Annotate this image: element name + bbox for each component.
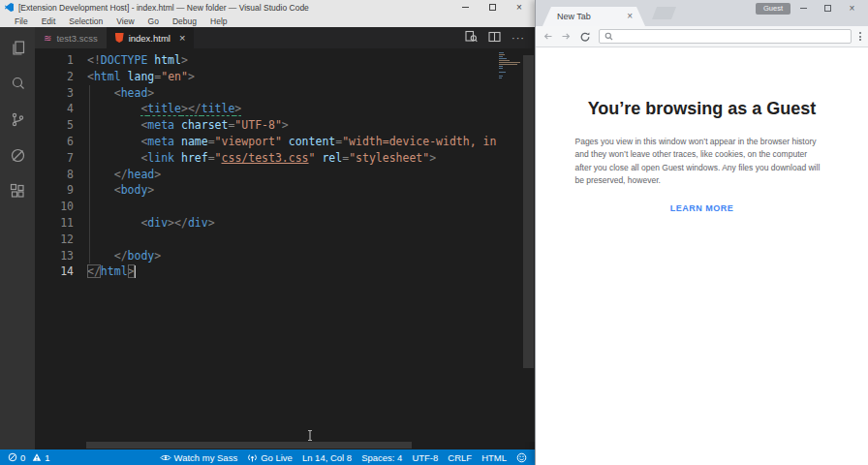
code-line[interactable]: 2<html lang="en"> — [35, 69, 535, 85]
line-number: 11 — [35, 215, 74, 232]
browser-tab-title: New Tab — [557, 12, 591, 21]
code-lines: 1<!DOCTYPE html>2<html lang="en">3 <head… — [35, 48, 535, 280]
line-number: 6 — [35, 134, 74, 150]
minimap[interactable] — [499, 52, 522, 79]
search-icon[interactable] — [9, 75, 26, 92]
minimize-icon — [462, 7, 469, 8]
warning-icon — [32, 452, 42, 462]
close-tab-icon[interactable]: × — [179, 32, 185, 44]
problems-group[interactable]: 0 1 — [8, 452, 50, 463]
code-line[interactable]: 3 <head> — [35, 85, 535, 102]
menu-view[interactable]: View — [109, 16, 140, 26]
mouse-text-cursor — [306, 429, 314, 442]
close-button[interactable]: × — [840, 0, 864, 16]
editor-area: ≋ test3.scss index.html × ··· — [35, 27, 535, 450]
feedback-smiley-icon[interactable] — [516, 452, 527, 463]
learn-more-link[interactable]: LEARN MORE — [536, 203, 868, 213]
status-eol[interactable]: CRLF — [448, 452, 472, 463]
status-errors[interactable]: 0 — [8, 452, 25, 463]
editor-actions: ··· — [465, 27, 535, 48]
line-number: 10 — [35, 199, 74, 215]
minimize-button[interactable] — [791, 0, 816, 16]
browser-tab-new-tab[interactable]: New Tab × — [542, 7, 645, 26]
maximize-icon — [489, 4, 496, 11]
line-number: 5 — [35, 117, 74, 134]
code-line[interactable]: 1<!DOCTYPE html> — [35, 52, 535, 69]
back-button[interactable] — [542, 31, 553, 42]
tab-test3-scss[interactable]: ≋ test3.scss — [35, 27, 107, 48]
explorer-icon[interactable] — [9, 39, 26, 56]
line-number: 7 — [35, 150, 74, 167]
code-line[interactable]: 5 <meta charset="UTF-8"> — [35, 117, 535, 134]
status-encoding[interactable]: UTF-8 — [412, 452, 438, 463]
code-line[interactable]: 11 <div></div> — [35, 215, 535, 232]
code-line[interactable]: 9 <body> — [35, 182, 535, 199]
guest-description-line: and they won’t leave other traces, like … — [575, 148, 829, 161]
code-line[interactable]: 12 — [35, 232, 535, 248]
status-indentation[interactable]: Spaces: 4 — [361, 452, 402, 463]
tab-close-icon[interactable]: × — [627, 11, 633, 21]
status-language-mode[interactable]: HTML — [481, 452, 507, 463]
vertical-scrollbar[interactable] — [523, 55, 534, 368]
debug-icon[interactable] — [9, 146, 26, 164]
status-bar: 0 1 Watch my Sass Go Live Ln 14, Col 8 S… — [0, 450, 535, 465]
menu-go[interactable]: Go — [141, 16, 166, 26]
error-icon — [8, 452, 17, 462]
code-line[interactable]: 8 </head> — [35, 167, 535, 183]
editor-right-rail — [498, 48, 535, 442]
menu-bar: File Edit Selection View Go Debug Help — [0, 15, 535, 27]
forward-button[interactable] — [561, 31, 572, 42]
horizontal-scrollbar[interactable] — [86, 442, 412, 449]
menu-debug[interactable]: Debug — [166, 16, 203, 26]
tab-index-html[interactable]: index.html × — [107, 27, 195, 48]
reload-button[interactable] — [579, 31, 591, 43]
browser-window: New Tab × Guest × — [535, 0, 868, 465]
menu-edit[interactable]: Edit — [35, 16, 63, 26]
code-line[interactable]: 6 <meta name="viewport" content="width=d… — [35, 134, 535, 150]
menu-help[interactable]: Help — [203, 16, 233, 26]
open-preview-icon[interactable] — [465, 29, 478, 46]
tab-label: index.html — [129, 33, 170, 44]
line-number: 3 — [35, 85, 74, 102]
line-number: 14 — [35, 264, 74, 280]
text-cursor — [135, 265, 137, 278]
address-input[interactable] — [617, 31, 846, 42]
line-number: 9 — [35, 182, 74, 199]
browser-menu-icon[interactable] — [859, 32, 861, 41]
line-number: 4 — [35, 101, 74, 117]
status-cursor-position[interactable]: Ln 14, Col 8 — [302, 452, 352, 463]
desktop: [Extension Development Host] - index.htm… — [0, 0, 868, 465]
minimize-button[interactable] — [451, 0, 479, 15]
code-line[interactable]: 10 — [35, 199, 535, 215]
profile-badge[interactable]: Guest — [756, 3, 790, 15]
search-icon — [604, 32, 613, 41]
code-line[interactable]: 13 </body> — [35, 248, 535, 264]
more-actions-icon[interactable]: ··· — [512, 32, 525, 44]
maximize-button[interactable] — [479, 0, 506, 15]
status-go-live[interactable]: Go Live — [247, 452, 293, 463]
guest-description-line: be preserved, however. — [575, 174, 829, 187]
line-number: 8 — [35, 167, 74, 183]
status-warnings[interactable]: 1 — [32, 452, 49, 463]
status-watch-sass[interactable]: Watch my Sass — [160, 452, 238, 463]
status-right-group: Watch my Sass Go Live Ln 14, Col 8 Space… — [160, 452, 527, 463]
maximize-icon — [824, 5, 831, 12]
line-number: 1 — [35, 52, 74, 69]
code-editor[interactable]: 1<!DOCTYPE html>2<html lang="en">3 <head… — [35, 48, 535, 450]
vscode-logo-icon — [5, 3, 14, 12]
source-control-icon[interactable] — [9, 110, 26, 128]
guest-description-line: Pages you view in this window won’t appe… — [575, 136, 829, 148]
code-line[interactable]: 7 <link href="css/test3.css" rel="styles… — [35, 150, 535, 167]
extensions-icon[interactable] — [9, 182, 26, 200]
menu-selection[interactable]: Selection — [62, 16, 109, 26]
maximize-button[interactable] — [816, 0, 840, 16]
browser-window-controls: × — [791, 0, 864, 16]
code-line[interactable]: 14</html> — [35, 264, 535, 280]
line-number: 12 — [35, 232, 74, 248]
code-line[interactable]: 4 <title></title> — [35, 101, 535, 117]
menu-file[interactable]: File — [8, 16, 35, 26]
address-bar[interactable] — [599, 29, 852, 44]
new-tab-button[interactable] — [652, 7, 676, 19]
close-button[interactable]: × — [506, 0, 533, 15]
split-editor-icon[interactable] — [488, 29, 501, 46]
